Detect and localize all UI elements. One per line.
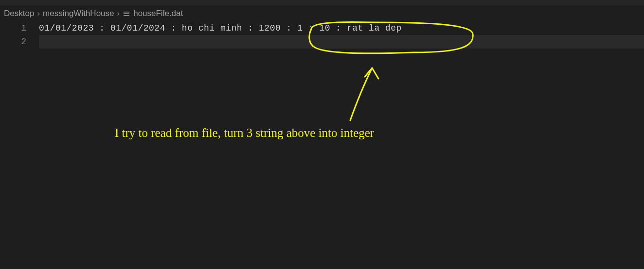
code-editor[interactable]: 1 2 01/01/2023 : 01/01/2024 : ho chi min…	[0, 21, 644, 49]
line-number-gutter: 1 2	[0, 21, 39, 49]
annotation-arrow-line	[350, 68, 372, 120]
chevron-right-icon: ›	[37, 9, 40, 18]
svg-rect-0	[124, 12, 129, 13]
svg-rect-2	[124, 15, 129, 16]
annotation-text: I try to read from file, turn 3 string a…	[115, 126, 374, 140]
chevron-right-icon: ›	[117, 9, 120, 18]
breadcrumb-item-folder[interactable]: messingWithHouse	[43, 9, 114, 18]
line-number: 1	[0, 21, 26, 35]
code-line[interactable]	[39, 35, 644, 49]
tab-bar	[0, 0, 644, 6]
code-line[interactable]: 01/01/2023 : 01/01/2024 : ho chi minh : …	[39, 21, 644, 35]
annotation-arrow-head	[365, 68, 378, 79]
svg-rect-1	[124, 14, 129, 15]
breadcrumb-item-file[interactable]: houseFile.dat	[133, 9, 183, 18]
breadcrumb[interactable]: Desktop › messingWithHouse › houseFile.d…	[0, 6, 644, 21]
file-icon	[123, 10, 130, 17]
breadcrumb-item-desktop[interactable]: Desktop	[4, 9, 34, 18]
code-area[interactable]: 01/01/2023 : 01/01/2024 : ho chi minh : …	[39, 21, 644, 49]
line-number: 2	[0, 35, 26, 49]
